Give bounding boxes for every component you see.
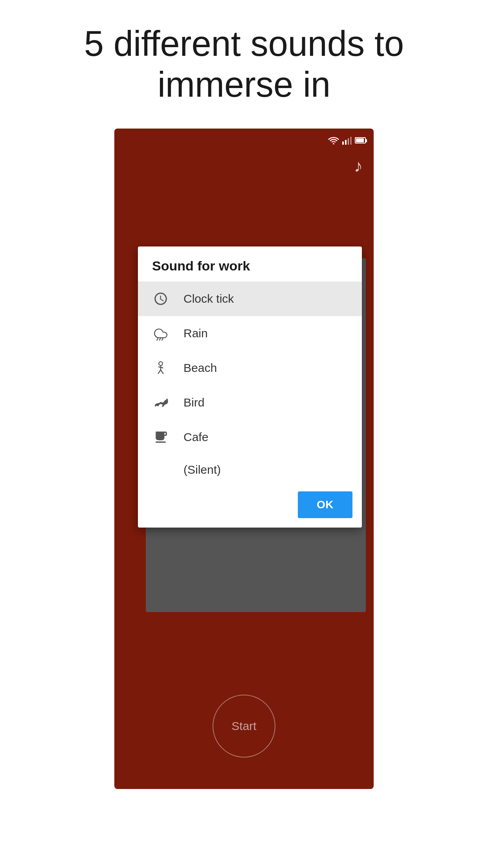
svg-point-9	[165, 399, 166, 400]
headline-text: 5 different sounds toimmerse in	[84, 24, 404, 104]
rain-icon	[152, 325, 169, 342]
music-note-icon: ♪	[354, 156, 363, 176]
svg-line-1	[157, 338, 158, 340]
option-silent[interactable]: (Silent)	[138, 454, 362, 485]
svg-line-8	[161, 370, 163, 374]
sound-dialog: Sound for work Clock tick	[138, 246, 362, 528]
clock-icon	[152, 290, 169, 307]
cafe-label: Cafe	[183, 430, 208, 444]
clock-tick-label: Clock tick	[183, 292, 234, 305]
ok-button[interactable]: OK	[298, 491, 352, 518]
beach-icon	[152, 359, 169, 377]
option-clock-tick[interactable]: Clock tick	[138, 281, 362, 316]
headline: 5 different sounds toimmerse in	[0, 0, 488, 121]
option-bird[interactable]: Bird	[138, 385, 362, 420]
option-beach[interactable]: Beach	[138, 351, 362, 385]
bird-label: Bird	[183, 396, 204, 409]
phone-frame: ♪ Sound for work Clock tick	[114, 129, 374, 789]
cafe-icon	[152, 428, 169, 446]
silent-label: (Silent)	[183, 463, 221, 476]
signal-icon	[342, 136, 352, 145]
battery-icon	[355, 137, 366, 143]
svg-point-0	[333, 143, 334, 144]
wifi-icon	[328, 136, 339, 144]
status-bar	[114, 129, 374, 152]
bird-icon	[152, 394, 169, 411]
start-label: Start	[231, 719, 256, 733]
dialog-title: Sound for work	[138, 246, 362, 281]
page-container: 5 different sounds toimmerse in	[0, 0, 488, 868]
svg-line-6	[158, 367, 163, 368]
rain-label: Rain	[183, 327, 208, 340]
option-rain[interactable]: Rain	[138, 316, 362, 351]
beach-label: Beach	[183, 361, 217, 375]
dialog-actions: OK	[138, 485, 362, 528]
svg-line-7	[158, 370, 161, 374]
start-button[interactable]: Start	[213, 695, 275, 758]
option-cafe[interactable]: Cafe	[138, 420, 362, 454]
svg-point-4	[159, 362, 163, 366]
